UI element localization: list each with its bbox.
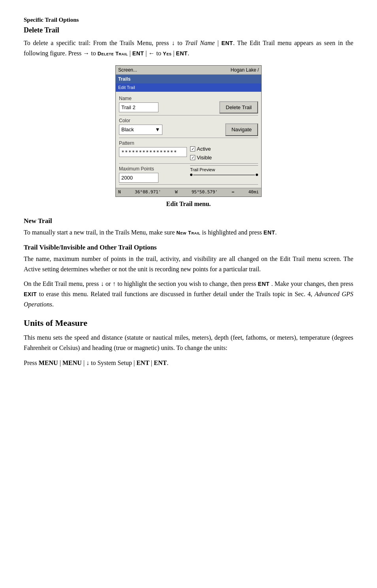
pl-key2: MENU	[62, 359, 82, 366]
trail-dot-right	[256, 174, 258, 176]
figure-caption: Edit Trail menu.	[24, 199, 353, 209]
device-menu-bar: Trails	[116, 75, 261, 83]
dt-smallcaps2: Yes	[163, 51, 172, 57]
dt-arrow2: →	[83, 50, 91, 57]
device-submenu-bar: Edit Trail	[116, 83, 261, 92]
device-delete-trail-btn[interactable]: Delete Trail	[219, 101, 258, 114]
pl-arrow: ↓	[86, 359, 89, 366]
device-color-row: Color Black ▼ Navigate	[119, 117, 258, 136]
trail-dot-left	[190, 174, 192, 176]
device-content: Name Trail 2 Delete Trail Color Black ▼	[116, 92, 261, 188]
nt-para1: To manually start a new trail, in the Tr…	[24, 229, 175, 236]
nt-para2: is highlighted and press	[202, 229, 262, 236]
device-color-dropdown[interactable]: Black ▼	[119, 125, 162, 135]
nt-bold1: New Trail	[176, 230, 200, 236]
delete-trail-heading: Delete Trail	[24, 25, 353, 36]
tv-prefix: On the Edit Trail menu, press	[24, 280, 99, 287]
pl-sep2: |	[83, 359, 86, 366]
dropdown-arrow-icon: ▼	[155, 126, 160, 134]
device-pattern-label: Pattern	[119, 140, 187, 147]
device-checkbox-active: ✓ Active	[190, 145, 258, 153]
dt-middle1: to	[177, 40, 182, 46]
device-pattern-col: Pattern ****************	[119, 140, 187, 157]
trail-visible-para1: The name, maximum number of points in th…	[24, 254, 353, 274]
tv-key2: EXIT	[24, 291, 37, 297]
device-color-value: Black	[121, 126, 134, 134]
device-name-label: Name	[119, 95, 188, 102]
device-screenshot-wrapper: Screen... Hogan Lake / Trails Edit Trail…	[24, 65, 353, 197]
device-navigate-btn[interactable]: Navigate	[225, 123, 258, 136]
dt-smallcaps1: Delete Trail	[98, 51, 128, 57]
device-checkboxes-col: ✓ Active ✓ Visible	[187, 140, 258, 162]
device-navigate-col: Navigate	[188, 117, 258, 136]
active-checkbox[interactable]: ✓	[190, 146, 195, 151]
tv-key1: ENT	[258, 281, 270, 287]
trail-visible-para2: On the Edit Trail menu, press ↓ or ↑ to …	[24, 279, 353, 309]
nt-bold2: ENT	[264, 229, 275, 236]
active-label: Active	[197, 145, 211, 153]
tv-mid3: to erase this menu. Related trail functi…	[39, 291, 313, 297]
device-divider4	[119, 184, 258, 185]
dt-key2: ENT	[132, 50, 144, 57]
dt-sep1: |	[215, 40, 221, 46]
device-trails-label: Trails	[118, 76, 130, 82]
pl-smallcaps: System Setup	[97, 359, 132, 366]
trail-line-middle	[193, 175, 255, 175]
device-status-bar: N 36°08.971' W 95°50.579' ↔ 40mi	[116, 188, 261, 197]
pl-sep1: |	[60, 359, 62, 366]
device-maxpoints-col: Maximum Points 2000	[119, 165, 187, 183]
nt-end: .	[275, 229, 277, 236]
device-name-col: Name Trail 2	[119, 95, 188, 113]
dt-sep2: |	[130, 50, 132, 57]
dt-key3: ENT	[176, 50, 188, 57]
device-pattern-field: ****************	[119, 147, 187, 157]
device-divider2	[119, 138, 258, 138]
pl-key1: MENU	[39, 359, 58, 366]
dt-key1: ENT	[221, 40, 233, 46]
device-top-bar: Screen... Hogan Lake /	[116, 66, 261, 75]
dt-italic1: Trail Name	[185, 40, 215, 46]
device-checkbox-visible: ✓ Visible	[190, 154, 258, 162]
dt-middle3: to	[156, 50, 161, 57]
dt-prefix: To delete a specific trail: From the Tra…	[24, 40, 169, 46]
device-trail-preview-line	[190, 174, 258, 176]
pl-end: .	[167, 359, 168, 366]
units-para: This menu sets the speed and distance (s…	[24, 333, 353, 353]
specific-trail-options-label: Specific Trail Options	[24, 16, 353, 24]
device-top-left: Screen...	[118, 66, 137, 74]
visible-checkbox[interactable]: ✓	[190, 155, 195, 160]
device-divider1	[119, 115, 258, 115]
tv-arrow: ↓ or ↑	[101, 280, 117, 287]
device-color-label: Color	[119, 117, 188, 124]
trail-visible-heading: Trail Visible/Invisible and Other Trail …	[24, 242, 353, 253]
device-trailpreview-col: Trail Preview	[187, 165, 258, 176]
dt-end: .	[188, 50, 189, 57]
status-w: W	[175, 189, 178, 196]
dt-middle2: to	[91, 50, 96, 57]
device-name-row: Name Trail 2 Delete Trail	[119, 95, 258, 114]
device-maxpoints-row: Maximum Points 2000 Trail Preview	[119, 165, 258, 183]
device-top-right: Hogan Lake /	[231, 66, 259, 74]
pl-key3: ENT	[136, 359, 149, 366]
device-name-field: Trail 2	[119, 102, 158, 113]
status-lon: 95°50.579'	[192, 189, 218, 196]
units-heading: Units of Measure	[24, 316, 353, 329]
device-maxpoints-label: Maximum Points	[119, 165, 187, 172]
tv-mid2: . Make your changes, then press	[271, 280, 353, 287]
new-trail-heading: New Trail	[24, 216, 353, 226]
delete-trail-paragraph: To delete a specific trail: From the Tra…	[24, 38, 353, 58]
status-lat: 36°08.971'	[135, 189, 161, 196]
device-delete-col: Delete Trail	[188, 95, 258, 114]
pl-prefix: Press	[24, 359, 37, 366]
status-n: N	[118, 189, 121, 196]
device-maxpoints-field: 2000	[119, 173, 158, 183]
status-arrow-icon: ↔	[232, 189, 234, 196]
device-edit-trail-label: Edit Trail	[118, 85, 135, 90]
device-trail-preview-label: Trail Preview	[190, 165, 258, 173]
new-trail-paragraph: To manually start a new trail, in the Tr…	[24, 227, 353, 238]
device-divider3	[119, 163, 258, 164]
device-pattern-row: Pattern **************** ✓ Active ✓ Visi…	[119, 140, 258, 162]
tv-end: .	[52, 301, 54, 308]
dt-arrow3: ←	[149, 50, 156, 57]
dt-arrow1: ↓	[172, 40, 177, 46]
